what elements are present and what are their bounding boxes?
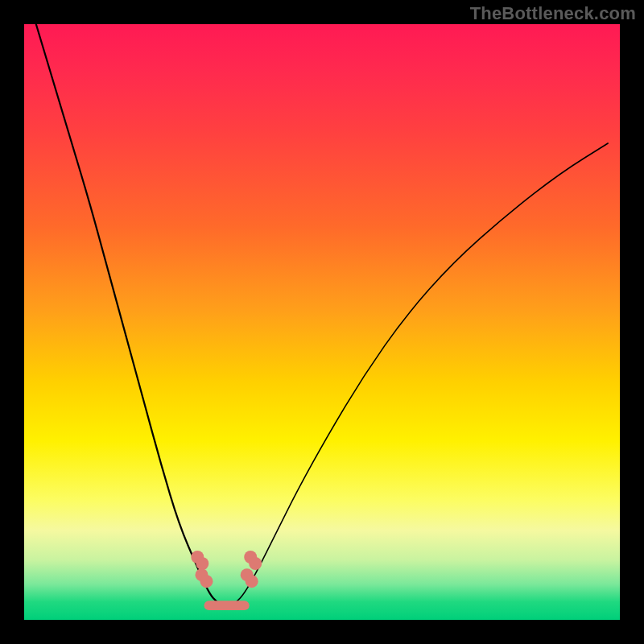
- curve-right-branch: [227, 143, 609, 608]
- right-lower-dot: [246, 575, 258, 588]
- curve-left-branch: [36, 24, 227, 608]
- trough-marker-group: [191, 551, 262, 588]
- trough-bottom-band: [204, 601, 250, 610]
- left-upper-dot: [196, 557, 208, 570]
- right-upper-dot: [249, 557, 262, 570]
- chart-svg: [24, 24, 620, 620]
- left-lower-dot: [200, 575, 213, 588]
- chart-plot-area: [24, 24, 620, 620]
- watermark-text: TheBottleneck.com: [470, 3, 636, 24]
